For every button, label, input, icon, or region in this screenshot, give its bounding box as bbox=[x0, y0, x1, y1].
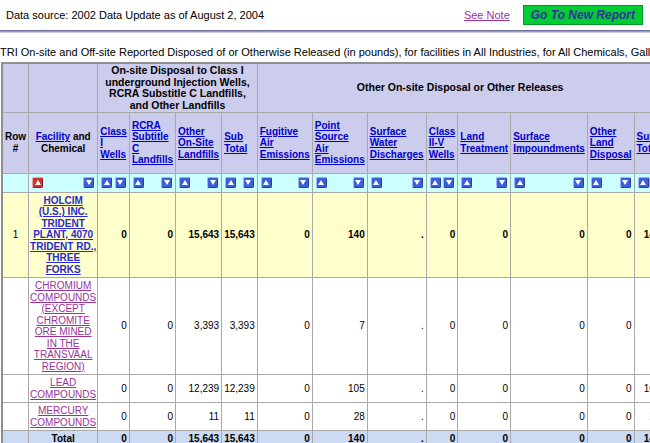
row-number-cell bbox=[2, 375, 29, 403]
value-cell: 7 bbox=[634, 278, 650, 375]
sort-descending-icon[interactable] bbox=[161, 177, 172, 188]
sort-ascending-icon[interactable] bbox=[461, 177, 472, 188]
value-cell: 105 bbox=[312, 375, 367, 403]
value-cell: 0 bbox=[458, 375, 511, 403]
value-cell: 0 bbox=[587, 278, 634, 375]
chemical-link[interactable]: LEAD COMPOUNDS bbox=[30, 377, 96, 400]
total-value-cell: 15,643 bbox=[176, 431, 222, 443]
sort-ascending-icon[interactable] bbox=[591, 177, 602, 188]
value-cell: 3,393 bbox=[222, 278, 258, 375]
value-cell: 0 bbox=[426, 375, 458, 403]
value-cell: 0 bbox=[511, 192, 588, 278]
sort-cell-other_onsite_landfills bbox=[176, 173, 222, 192]
value-cell: 0 bbox=[129, 192, 175, 278]
total-value-cell: 140 bbox=[312, 431, 367, 443]
sort-descending-icon[interactable] bbox=[83, 177, 94, 188]
value-cell: 0 bbox=[458, 403, 511, 431]
column-header-other_onsite_landfills: Other On-Site Landfills bbox=[176, 113, 222, 174]
sort-cell-class_ii_v_wells bbox=[426, 173, 458, 192]
chemical-name-cell: LEAD COMPOUNDS bbox=[29, 375, 98, 403]
sort-descending-icon[interactable] bbox=[443, 177, 454, 188]
total-value-cell: 0 bbox=[426, 431, 458, 443]
total-rownum-spacer bbox=[2, 431, 29, 443]
table-body: 1HOLCIM (U.S.) INC. TRIDENT PLANT, 4070 … bbox=[2, 192, 650, 443]
sort-controls-row bbox=[2, 173, 650, 192]
row-number-cell bbox=[2, 403, 29, 431]
sort-descending-icon[interactable] bbox=[573, 177, 584, 188]
value-cell: 0 bbox=[426, 278, 458, 375]
total-label: Total bbox=[29, 431, 98, 443]
chemical-link[interactable]: CHROMIUM COMPOUNDS (EXCEPT CHROMITE ORE … bbox=[30, 280, 96, 372]
chemical-link[interactable]: MERCURY COMPOUNDS bbox=[30, 405, 96, 428]
column-header-link-rcra_subtitle_c_landfills[interactable]: RCRA Subtitle C Landfills bbox=[132, 120, 173, 166]
sort-ascending-icon[interactable] bbox=[32, 177, 43, 188]
column-header-link-class_i_wells[interactable]: Class I Wells bbox=[100, 126, 127, 160]
column-header-link-surface_water_discharges[interactable]: Surface Water Discharges bbox=[370, 126, 424, 160]
sort-ascending-icon[interactable] bbox=[430, 177, 441, 188]
column-header-link-other_land_disposal[interactable]: Other Land Disposal bbox=[590, 126, 632, 160]
sort-ascending-icon[interactable] bbox=[133, 177, 144, 188]
see-note-link[interactable]: See Note bbox=[464, 9, 510, 21]
value-cell: 0 bbox=[98, 403, 130, 431]
sort-descending-icon[interactable] bbox=[412, 177, 423, 188]
total-value-cell: 0 bbox=[587, 431, 634, 443]
sort-descending-icon[interactable] bbox=[243, 177, 254, 188]
value-cell: 12,239 bbox=[222, 375, 258, 403]
value-cell: 0 bbox=[458, 192, 511, 278]
sort-spacer-rownum bbox=[2, 173, 29, 192]
column-header-class_i_wells: Class I Wells bbox=[98, 113, 130, 174]
column-header-link-point_source_air_emissions[interactable]: Point Source Air Emissions bbox=[315, 120, 365, 166]
value-cell: 0 bbox=[257, 278, 312, 375]
column-header-link-facility[interactable]: Facility bbox=[36, 131, 70, 142]
value-cell: 0 bbox=[511, 403, 588, 431]
facility-link[interactable]: HOLCIM (U.S.) INC. TRIDENT PLANT, 4070 T… bbox=[30, 195, 96, 275]
sort-descending-icon[interactable] bbox=[207, 177, 218, 188]
column-header-surface_water_discharges: Surface Water Discharges bbox=[367, 113, 426, 174]
column-header-link-surface_impoundments[interactable]: Surface Impoundments bbox=[513, 131, 585, 154]
column-header-sub_total_2: Sub Total bbox=[634, 113, 650, 174]
value-cell: 11 bbox=[222, 403, 258, 431]
value-cell: 0 bbox=[129, 375, 175, 403]
sort-ascending-icon[interactable] bbox=[261, 177, 272, 188]
column-header-link-fugitive_air_emissions[interactable]: Fugitive Air Emissions bbox=[260, 126, 310, 160]
column-header-link-sub_total_1[interactable]: Sub Total bbox=[224, 131, 247, 154]
sort-cell-fugitive_air_emissions bbox=[257, 173, 312, 192]
sort-descending-icon[interactable] bbox=[496, 177, 507, 188]
sort-descending-icon[interactable] bbox=[620, 177, 631, 188]
total-value-cell: 0 bbox=[257, 431, 312, 443]
column-header-link-class_ii_v_wells[interactable]: Class II-V Wells bbox=[429, 126, 456, 160]
report-title: TRI On-site and Off-site Reported Dispos… bbox=[0, 46, 650, 58]
facility-row: 1HOLCIM (U.S.) INC. TRIDENT PLANT, 4070 … bbox=[2, 192, 650, 278]
sort-ascending-icon[interactable] bbox=[316, 177, 327, 188]
value-cell: 0 bbox=[426, 403, 458, 431]
value-cell: 0 bbox=[511, 278, 588, 375]
value-cell: 28 bbox=[634, 403, 650, 431]
column-header-other_land_disposal: Other Land Disposal bbox=[587, 113, 634, 174]
column-header-rcra_subtitle_c_landfills: RCRA Subtitle C Landfills bbox=[129, 113, 175, 174]
column-header-link-land_treatment[interactable]: Land Treatment bbox=[460, 131, 508, 154]
sort-ascending-icon[interactable] bbox=[101, 177, 112, 188]
sort-descending-icon[interactable] bbox=[353, 177, 364, 188]
total-value-cell: 15,643 bbox=[222, 431, 258, 443]
sort-ascending-icon[interactable] bbox=[514, 177, 525, 188]
group-header-row: On-site Disposal to Class I underground … bbox=[2, 63, 650, 113]
total-value-cell: . bbox=[367, 431, 426, 443]
sort-cell-rcra_subtitle_c_landfills bbox=[129, 173, 175, 192]
value-cell: . bbox=[367, 375, 426, 403]
column-header-fugitive_air_emissions: Fugitive Air Emissions bbox=[257, 113, 312, 174]
go-to-new-report-button[interactable]: Go To New Report bbox=[523, 5, 643, 25]
column-header-link-other_onsite_landfills[interactable]: Other On-Site Landfills bbox=[178, 126, 219, 160]
column-header-link-sub_total_2[interactable]: Sub Total bbox=[637, 131, 650, 154]
sort-cell-point_source_air_emissions bbox=[312, 173, 367, 192]
sort-ascending-icon[interactable] bbox=[179, 177, 190, 188]
total-value-cell: 0 bbox=[458, 431, 511, 443]
sort-ascending-icon[interactable] bbox=[371, 177, 382, 188]
sort-ascending-icon[interactable] bbox=[225, 177, 236, 188]
value-cell: 0 bbox=[511, 375, 588, 403]
sort-ascending-icon[interactable] bbox=[638, 177, 649, 188]
sort-descending-icon[interactable] bbox=[298, 177, 309, 188]
value-cell: 15,643 bbox=[222, 192, 258, 278]
value-cell: 140 bbox=[634, 192, 650, 278]
sort-descending-icon[interactable] bbox=[115, 177, 126, 188]
group-header-other-onsite: Other On-site Disposal or Other Releases bbox=[257, 63, 650, 113]
